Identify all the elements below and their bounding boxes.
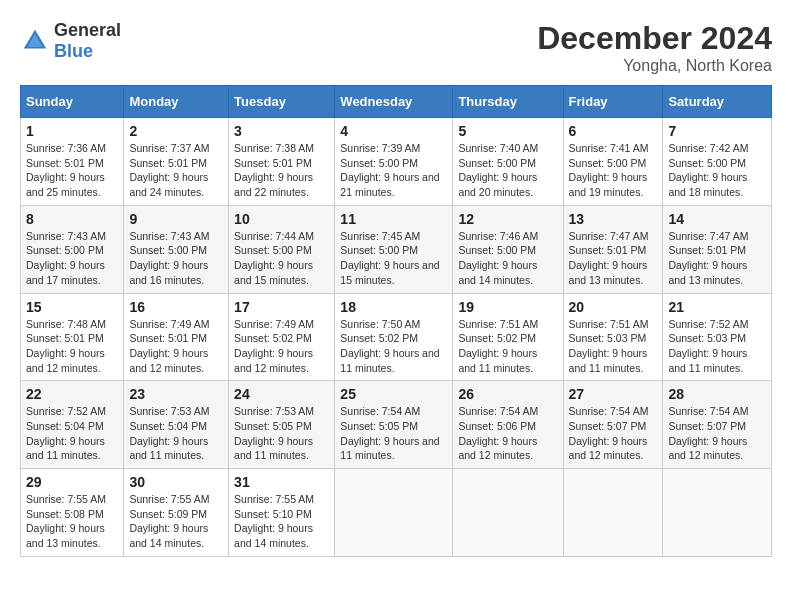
calendar-cell: 18 Sunrise: 7:50 AMSunset: 5:02 PMDaylig…	[335, 293, 453, 381]
day-number: 2	[129, 123, 223, 139]
day-number: 27	[569, 386, 658, 402]
day-info: Sunrise: 7:39 AMSunset: 5:00 PMDaylight:…	[340, 141, 447, 200]
day-info: Sunrise: 7:52 AMSunset: 5:03 PMDaylight:…	[668, 317, 766, 376]
day-info: Sunrise: 7:40 AMSunset: 5:00 PMDaylight:…	[458, 141, 557, 200]
calendar-cell: 3 Sunrise: 7:38 AMSunset: 5:01 PMDayligh…	[229, 118, 335, 206]
calendar-cell: 13 Sunrise: 7:47 AMSunset: 5:01 PMDaylig…	[563, 205, 663, 293]
day-info: Sunrise: 7:36 AMSunset: 5:01 PMDaylight:…	[26, 141, 118, 200]
day-info: Sunrise: 7:55 AMSunset: 5:10 PMDaylight:…	[234, 492, 329, 551]
day-info: Sunrise: 7:49 AMSunset: 5:02 PMDaylight:…	[234, 317, 329, 376]
day-info: Sunrise: 7:43 AMSunset: 5:00 PMDaylight:…	[129, 229, 223, 288]
calendar-cell	[663, 469, 772, 557]
day-number: 5	[458, 123, 557, 139]
calendar-cell: 19 Sunrise: 7:51 AMSunset: 5:02 PMDaylig…	[453, 293, 563, 381]
day-number: 14	[668, 211, 766, 227]
day-info: Sunrise: 7:42 AMSunset: 5:00 PMDaylight:…	[668, 141, 766, 200]
location-title: Yongha, North Korea	[537, 57, 772, 75]
day-number: 26	[458, 386, 557, 402]
day-number: 6	[569, 123, 658, 139]
day-info: Sunrise: 7:38 AMSunset: 5:01 PMDaylight:…	[234, 141, 329, 200]
day-number: 28	[668, 386, 766, 402]
day-number: 21	[668, 299, 766, 315]
day-number: 13	[569, 211, 658, 227]
calendar-cell: 30 Sunrise: 7:55 AMSunset: 5:09 PMDaylig…	[124, 469, 229, 557]
week-row-2: 8 Sunrise: 7:43 AMSunset: 5:00 PMDayligh…	[21, 205, 772, 293]
header-day-wednesday: Wednesday	[335, 86, 453, 118]
calendar-cell: 8 Sunrise: 7:43 AMSunset: 5:00 PMDayligh…	[21, 205, 124, 293]
day-number: 29	[26, 474, 118, 490]
calendar-table: SundayMondayTuesdayWednesdayThursdayFrid…	[20, 85, 772, 557]
day-info: Sunrise: 7:47 AMSunset: 5:01 PMDaylight:…	[569, 229, 658, 288]
week-row-4: 22 Sunrise: 7:52 AMSunset: 5:04 PMDaylig…	[21, 381, 772, 469]
week-row-3: 15 Sunrise: 7:48 AMSunset: 5:01 PMDaylig…	[21, 293, 772, 381]
week-row-5: 29 Sunrise: 7:55 AMSunset: 5:08 PMDaylig…	[21, 469, 772, 557]
calendar-cell: 20 Sunrise: 7:51 AMSunset: 5:03 PMDaylig…	[563, 293, 663, 381]
header-day-saturday: Saturday	[663, 86, 772, 118]
logo-blue-text: Blue	[54, 41, 93, 61]
calendar-cell: 21 Sunrise: 7:52 AMSunset: 5:03 PMDaylig…	[663, 293, 772, 381]
day-info: Sunrise: 7:53 AMSunset: 5:04 PMDaylight:…	[129, 404, 223, 463]
day-info: Sunrise: 7:41 AMSunset: 5:00 PMDaylight:…	[569, 141, 658, 200]
day-number: 8	[26, 211, 118, 227]
calendar-cell: 28 Sunrise: 7:54 AMSunset: 5:07 PMDaylig…	[663, 381, 772, 469]
day-info: Sunrise: 7:55 AMSunset: 5:08 PMDaylight:…	[26, 492, 118, 551]
day-info: Sunrise: 7:54 AMSunset: 5:07 PMDaylight:…	[668, 404, 766, 463]
page-header: General Blue December 2024 Yongha, North…	[20, 20, 772, 75]
day-number: 7	[668, 123, 766, 139]
calendar-cell: 15 Sunrise: 7:48 AMSunset: 5:01 PMDaylig…	[21, 293, 124, 381]
calendar-cell: 7 Sunrise: 7:42 AMSunset: 5:00 PMDayligh…	[663, 118, 772, 206]
header-day-thursday: Thursday	[453, 86, 563, 118]
day-info: Sunrise: 7:54 AMSunset: 5:05 PMDaylight:…	[340, 404, 447, 463]
day-number: 15	[26, 299, 118, 315]
calendar-cell: 22 Sunrise: 7:52 AMSunset: 5:04 PMDaylig…	[21, 381, 124, 469]
calendar-cell: 4 Sunrise: 7:39 AMSunset: 5:00 PMDayligh…	[335, 118, 453, 206]
day-number: 9	[129, 211, 223, 227]
header-day-monday: Monday	[124, 86, 229, 118]
calendar-cell: 14 Sunrise: 7:47 AMSunset: 5:01 PMDaylig…	[663, 205, 772, 293]
day-number: 30	[129, 474, 223, 490]
calendar-cell: 31 Sunrise: 7:55 AMSunset: 5:10 PMDaylig…	[229, 469, 335, 557]
day-info: Sunrise: 7:55 AMSunset: 5:09 PMDaylight:…	[129, 492, 223, 551]
day-info: Sunrise: 7:44 AMSunset: 5:00 PMDaylight:…	[234, 229, 329, 288]
calendar-cell: 26 Sunrise: 7:54 AMSunset: 5:06 PMDaylig…	[453, 381, 563, 469]
calendar-cell: 29 Sunrise: 7:55 AMSunset: 5:08 PMDaylig…	[21, 469, 124, 557]
day-number: 1	[26, 123, 118, 139]
calendar-cell: 25 Sunrise: 7:54 AMSunset: 5:05 PMDaylig…	[335, 381, 453, 469]
calendar-cell	[563, 469, 663, 557]
day-info: Sunrise: 7:47 AMSunset: 5:01 PMDaylight:…	[668, 229, 766, 288]
day-number: 16	[129, 299, 223, 315]
logo: General Blue	[20, 20, 121, 62]
week-row-1: 1 Sunrise: 7:36 AMSunset: 5:01 PMDayligh…	[21, 118, 772, 206]
calendar-cell	[335, 469, 453, 557]
month-title: December 2024	[537, 20, 772, 57]
calendar-cell: 5 Sunrise: 7:40 AMSunset: 5:00 PMDayligh…	[453, 118, 563, 206]
header-day-tuesday: Tuesday	[229, 86, 335, 118]
day-info: Sunrise: 7:45 AMSunset: 5:00 PMDaylight:…	[340, 229, 447, 288]
calendar-cell: 12 Sunrise: 7:46 AMSunset: 5:00 PMDaylig…	[453, 205, 563, 293]
day-info: Sunrise: 7:50 AMSunset: 5:02 PMDaylight:…	[340, 317, 447, 376]
day-number: 3	[234, 123, 329, 139]
header-day-friday: Friday	[563, 86, 663, 118]
day-number: 23	[129, 386, 223, 402]
calendar-cell: 9 Sunrise: 7:43 AMSunset: 5:00 PMDayligh…	[124, 205, 229, 293]
day-number: 25	[340, 386, 447, 402]
day-info: Sunrise: 7:46 AMSunset: 5:00 PMDaylight:…	[458, 229, 557, 288]
calendar-cell: 10 Sunrise: 7:44 AMSunset: 5:00 PMDaylig…	[229, 205, 335, 293]
day-number: 24	[234, 386, 329, 402]
calendar-cell: 6 Sunrise: 7:41 AMSunset: 5:00 PMDayligh…	[563, 118, 663, 206]
day-info: Sunrise: 7:53 AMSunset: 5:05 PMDaylight:…	[234, 404, 329, 463]
day-number: 17	[234, 299, 329, 315]
day-number: 12	[458, 211, 557, 227]
calendar-cell: 11 Sunrise: 7:45 AMSunset: 5:00 PMDaylig…	[335, 205, 453, 293]
day-number: 18	[340, 299, 447, 315]
calendar-cell: 16 Sunrise: 7:49 AMSunset: 5:01 PMDaylig…	[124, 293, 229, 381]
day-number: 22	[26, 386, 118, 402]
logo-icon	[20, 26, 50, 56]
day-info: Sunrise: 7:51 AMSunset: 5:03 PMDaylight:…	[569, 317, 658, 376]
calendar-cell: 24 Sunrise: 7:53 AMSunset: 5:05 PMDaylig…	[229, 381, 335, 469]
day-number: 20	[569, 299, 658, 315]
day-info: Sunrise: 7:37 AMSunset: 5:01 PMDaylight:…	[129, 141, 223, 200]
calendar-cell: 1 Sunrise: 7:36 AMSunset: 5:01 PMDayligh…	[21, 118, 124, 206]
day-number: 4	[340, 123, 447, 139]
day-info: Sunrise: 7:52 AMSunset: 5:04 PMDaylight:…	[26, 404, 118, 463]
